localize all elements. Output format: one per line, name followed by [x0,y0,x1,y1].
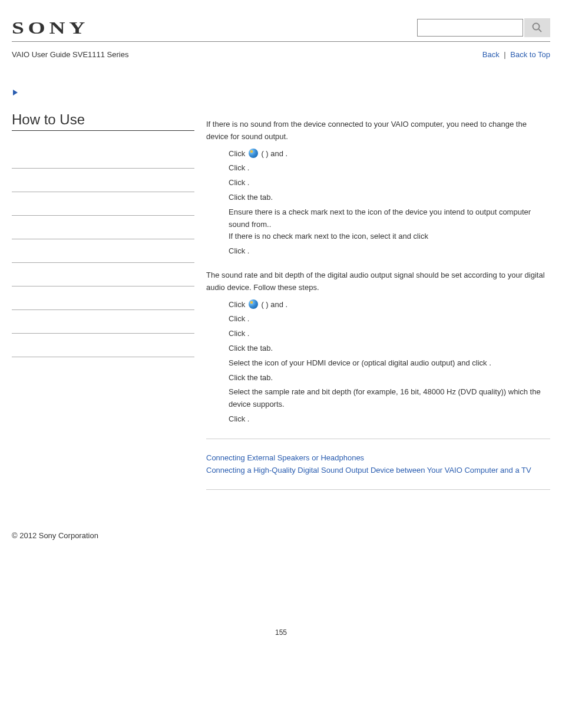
step-item: Click . [229,162,550,174]
back-to-top-link[interactable]: Back to Top [510,50,550,59]
copyright: © 2012 Sony Corporation [12,531,550,540]
divider [206,489,550,490]
step-item: Click . [229,328,550,340]
sidebar-item[interactable] [12,216,194,239]
search-icon [531,22,543,34]
step-list-1: Click ( ) and .Click .Click .Click the t… [229,148,550,258]
svg-point-0 [533,24,540,30]
step-item: Ensure there is a check mark next to the… [229,206,550,243]
step-item: Click ( ) and . [229,148,550,160]
sidebar-item[interactable] [12,239,194,263]
breadcrumb: VAIO User Guide SVE1111 Series [12,50,128,59]
related-link[interactable]: Connecting a High-Quality Digital Sound … [206,466,531,475]
step-item: Click . [229,313,550,325]
sony-logo: SONY [12,18,89,38]
related-links: Connecting External Speakers or Headphon… [206,452,550,477]
sidebar-item[interactable] [12,192,194,216]
page-number: 155 [12,628,550,637]
sidebar-item[interactable] [12,286,194,310]
main-content: If there is no sound from the device con… [206,110,550,503]
sidebar-nav [12,145,194,357]
step-item: Click the tab. [229,342,550,355]
search-button[interactable] [524,18,550,37]
separator: | [504,50,505,59]
step-item: Click . [229,245,550,258]
chevron-right-icon[interactable] [12,88,550,98]
step-item: Click ( ) and . [229,299,550,311]
step-item: Select the sample rate and bit depth (fo… [229,386,550,411]
sidebar-item[interactable] [12,263,194,286]
sidebar-item[interactable] [12,334,194,357]
back-link[interactable]: Back [482,50,500,59]
step-item: Select the icon of your HDMI device or (… [229,357,550,370]
svg-line-1 [539,29,542,32]
step-item: Click the tab. [229,372,550,384]
related-link[interactable]: Connecting External Speakers or Headphon… [206,453,364,462]
intro-paragraph-2: The sound rate and bit depth of the digi… [206,269,550,294]
sidebar: How to Use [12,110,194,503]
step-item: Click the tab. [229,192,550,204]
search-input[interactable] [417,19,523,37]
sidebar-item[interactable] [12,310,194,334]
step-list-2: Click ( ) and .Click .Click .Click the t… [229,299,550,426]
windows-start-icon [249,149,258,158]
sidebar-item[interactable] [12,145,194,169]
intro-paragraph-1: If there is no sound from the device con… [206,118,550,143]
divider [206,439,550,439]
sidebar-item[interactable] [12,169,194,192]
windows-start-icon [249,299,258,309]
step-item: Click . [229,177,550,189]
step-item: Click . [229,413,550,426]
sidebar-title: How to Use [12,111,194,128]
